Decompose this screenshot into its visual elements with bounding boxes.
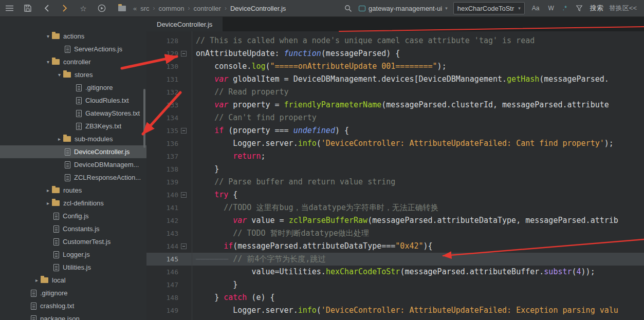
code-line-130[interactable]: 130 console.log("=====onAttributeUpdate …	[146, 60, 644, 73]
tree-item-sub-modules[interactable]: ▸sub-modules	[0, 133, 146, 145]
tree-item-CloudRules.txt[interactable]: CloudRules.txt	[0, 94, 146, 107]
tree-item-ZCLResponseAction...[interactable]: ZCLResponseAction...	[0, 171, 146, 184]
tree-item-label: controller	[63, 58, 90, 66]
tree-item-Constants.js[interactable]: Constants.js	[0, 222, 146, 235]
tree-item-label: CloudRules.txt	[85, 97, 129, 104]
tree-item-local[interactable]: ▸local	[0, 274, 146, 287]
tree-item-controller[interactable]: ▾controller	[0, 55, 146, 68]
chevron-down-icon[interactable]: ▾	[44, 33, 52, 39]
tree-item-DeviceController.js[interactable]: DeviceController.js	[0, 145, 146, 158]
tree-item-Utilities.js[interactable]: Utilities.js	[0, 261, 146, 274]
code-line-142[interactable]: 142 var value = zclParseBufferRaw(messag…	[146, 214, 644, 227]
code-line-139[interactable]: 139 // Parse buffer and return value str…	[146, 176, 644, 189]
code-area[interactable]: 128// This is called when a node's uniqu…	[146, 31, 644, 320]
chevron-right-icon[interactable]: ▸	[33, 277, 41, 283]
tree-item-Logger.js[interactable]: Logger.js	[0, 248, 146, 261]
code-line-149[interactable]: 149 Logger.server.info('DeviceController…	[146, 304, 644, 317]
fold-marker-icon[interactable]	[181, 192, 187, 198]
file-icon	[65, 161, 70, 168]
breadcrumb-collapse[interactable]: «	[133, 5, 137, 12]
chevron-down-icon[interactable]: ▾	[56, 72, 63, 78]
project-selector[interactable]: gateway-management-ui ▾	[359, 5, 448, 12]
code-line-136[interactable]: 136 Logger.server.info('DeviceController…	[146, 137, 644, 150]
code-line-144[interactable]: 144 if(messageParsed.attributeDataType==…	[146, 240, 644, 253]
code-line-143[interactable]: 143 // TODO 暂时判断datatype做出处理	[146, 227, 644, 240]
tree-item-ServerActions.js[interactable]: ServerActions.js	[0, 43, 146, 55]
code-line-141[interactable]: 141 //TODO 这里有bug，当datatype为字符串时，无法正确转换	[146, 201, 644, 214]
code-line-138[interactable]: 138 }	[146, 163, 644, 176]
back-icon[interactable]	[41, 3, 51, 13]
code-line-131[interactable]: 131 var globalItem = DeviceDBManagement.…	[146, 73, 644, 86]
gutter: 139	[146, 176, 192, 189]
tree-item-.gitignore[interactable]: .gitignore	[0, 81, 146, 94]
code-line-146[interactable]: 146 value=Utilities.hexCharCodeToStr(mes…	[146, 266, 644, 278]
code-line-text: }	[192, 163, 644, 176]
editor-tab-bar: DeviceController.js	[146, 17, 644, 31]
code-line-145[interactable]: 145——————— // 前4个字节为长度,跳过	[146, 253, 644, 266]
line-number: 130	[167, 60, 178, 73]
match-case-button[interactable]: Aa	[530, 4, 541, 12]
code-line-133[interactable]: 133 var property = friendlyParameterName…	[146, 99, 644, 111]
star-icon[interactable]: ☆	[78, 3, 88, 13]
save-icon[interactable]	[23, 3, 33, 13]
gutter: 131	[146, 73, 192, 86]
gutter: 133	[146, 99, 192, 111]
filter-icon[interactable]	[574, 3, 584, 13]
tree-item-routes[interactable]: ▸routes	[0, 184, 146, 197]
code-line-147[interactable]: 147 }	[146, 278, 644, 291]
code-line-148[interactable]: 148 } catch (e) {	[146, 291, 644, 304]
code-line-140[interactable]: 140 try {	[146, 189, 644, 201]
chevron-right-icon[interactable]: ▸	[44, 187, 52, 193]
tree-item-label: crashlog.txt	[40, 302, 74, 310]
code-line-text: console.log("=====onAttributeUpdate 001=…	[192, 60, 644, 73]
chevron-right-icon: ›	[225, 5, 227, 12]
tree-item-crashlog.txt[interactable]: crashlog.txt	[0, 299, 146, 312]
star-glyph: ☆	[80, 5, 86, 12]
tree-item-stores[interactable]: ▾stores	[0, 68, 146, 81]
breadcrumb-item[interactable]: controller	[193, 5, 220, 12]
tree-item-GatewayStores.txt[interactable]: GatewayStores.txt	[0, 107, 146, 120]
chevron-right-icon[interactable]: ▸	[44, 200, 52, 206]
chevron-down-icon[interactable]: ▾	[44, 59, 52, 65]
search-input[interactable]: hexCharCodeToStr ▾	[453, 2, 525, 14]
tree-item-.gitignore[interactable]: .gitignore	[0, 287, 146, 299]
fold-spacer	[181, 141, 187, 146]
breadcrumb-item[interactable]: src	[140, 5, 149, 12]
tree-item-ZB3Keys.txt[interactable]: ZB3Keys.txt	[0, 120, 146, 133]
code-line-132[interactable]: 132 // Read property	[146, 86, 644, 99]
whole-words-button[interactable]: W	[546, 4, 555, 12]
code-line-128[interactable]: 128// This is called when a node's uniqu…	[146, 34, 644, 47]
menu-icon[interactable]	[4, 3, 14, 13]
tree-item-package.json[interactable]: package.json	[0, 312, 146, 320]
breadcrumb-item-current[interactable]: DeviceController.js	[230, 5, 286, 12]
tree-item-zcl-definitions[interactable]: ▸zcl-definitions	[0, 197, 146, 210]
search-button[interactable]: 搜索	[590, 4, 603, 13]
chevron-right-icon[interactable]: ▸	[56, 136, 63, 142]
breadcrumb-item[interactable]: common	[159, 5, 185, 12]
run-icon[interactable]	[97, 3, 107, 13]
gutter: 137	[146, 150, 192, 163]
tree-item-Config.js[interactable]: Config.js	[0, 210, 146, 222]
code-line-134[interactable]: 134 // Can't find property	[146, 111, 644, 124]
code-line-129[interactable]: 129onAttributeUpdate: function(messagePa…	[146, 47, 644, 60]
gutter: 149	[146, 304, 192, 317]
find-in-files-icon[interactable]	[343, 3, 353, 13]
tree-item-actions[interactable]: ▾actions	[0, 30, 146, 43]
code-line-137[interactable]: 137 return;	[146, 150, 644, 163]
code-line-135[interactable]: 135 if (property === undefined) {	[146, 124, 644, 137]
code-line-text: var value = zclParseBufferRaw(messagePar…	[192, 214, 644, 227]
forward-icon[interactable]	[60, 3, 70, 13]
editor-tab[interactable]: DeviceController.js	[146, 17, 223, 31]
tree-scrollbar[interactable]	[143, 89, 145, 148]
tree-item-label: zcl-definitions	[63, 199, 104, 207]
regex-button[interactable]: .*	[561, 4, 568, 12]
tree-item-CustomerTest.js[interactable]: CustomerTest.js	[0, 235, 146, 248]
tree-item-DeviceDBManagem...[interactable]: DeviceDBManagem...	[0, 158, 146, 171]
folder-icon	[41, 277, 48, 283]
chevron-right-icon: ›	[188, 5, 190, 12]
fold-marker-icon[interactable]	[181, 243, 187, 249]
fold-marker-icon[interactable]	[181, 51, 187, 57]
fold-marker-icon[interactable]	[181, 128, 187, 134]
line-number: 141	[167, 201, 178, 214]
replace-toggle-button[interactable]: 替换区<<	[609, 4, 637, 13]
